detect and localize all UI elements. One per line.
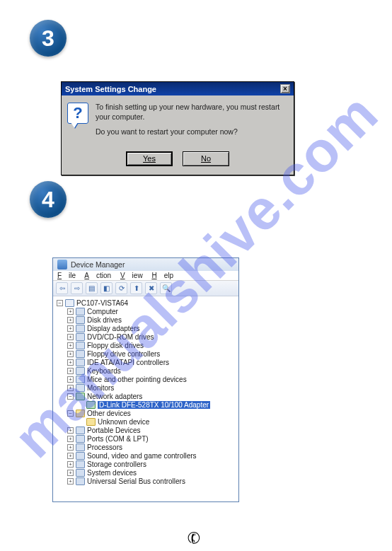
yes-label: Yes: [143, 154, 156, 163]
tree-node[interactable]: +System devices: [57, 468, 237, 477]
device-icon: [76, 477, 85, 485]
expand-icon[interactable]: +: [67, 376, 74, 383]
forward-icon[interactable]: ⇨: [71, 282, 83, 294]
node-label: IDE ATA/ATAPI controllers: [87, 359, 169, 366]
device-icon: [76, 460, 85, 468]
menu-view[interactable]: View: [120, 272, 143, 279]
expand-icon[interactable]: +: [67, 368, 74, 374]
collapse-icon[interactable]: −: [57, 300, 63, 306]
tree-node[interactable]: +Universal Serial Bus controllers: [57, 477, 237, 485]
node-label: Universal Serial Bus controllers: [87, 477, 185, 485]
expand-icon[interactable]: +: [67, 308, 74, 315]
node-label: Processors: [87, 443, 122, 451]
expand-icon[interactable]: +: [67, 342, 74, 349]
node-label: Other devices: [87, 410, 131, 417]
tree-node[interactable]: +Processors: [57, 443, 237, 451]
device-icon: [76, 308, 85, 315]
tree-node[interactable]: +Disk drives: [57, 315, 237, 324]
node-label: Network adapters: [87, 393, 142, 400]
uninstall-icon[interactable]: ✖: [145, 282, 157, 294]
menu-file[interactable]: File: [57, 272, 76, 279]
tree-node[interactable]: +Sound, video and game controllers: [57, 451, 237, 460]
properties-icon[interactable]: ◧: [100, 282, 113, 294]
device-icon: [76, 342, 85, 349]
back-icon[interactable]: ⇦: [56, 282, 68, 294]
tree-node[interactable]: +Floppy disk drives: [57, 341, 237, 349]
device-icon: [76, 359, 85, 366]
close-icon[interactable]: ×: [280, 84, 290, 93]
expand-icon[interactable]: +: [67, 478, 74, 485]
tree-node[interactable]: +Display adapters: [57, 324, 237, 332]
tree-node-unknown[interactable]: Unknown device: [57, 417, 237, 426]
device-tree: − PC107-VISTA64 +Computer +Disk drives +…: [53, 296, 238, 501]
device-manager-window: Device Manager File Action View Help ⇦ ⇨…: [52, 257, 239, 502]
tree-node[interactable]: +Portable Devices: [57, 426, 237, 434]
device-icon: [76, 316, 85, 324]
tree-node[interactable]: +Floppy drive controllers: [57, 349, 237, 358]
node-label: Mice and other pointing devices: [87, 376, 187, 383]
tree-node[interactable]: +Mice and other pointing devices: [57, 375, 237, 383]
expand-icon[interactable]: +: [67, 453, 74, 459]
device-icon: [76, 452, 85, 460]
dialog-title: System Settings Change: [65, 85, 156, 93]
node-label: Display adapters: [87, 325, 139, 332]
no-button[interactable]: No: [183, 151, 229, 166]
question-icon: ?: [67, 103, 88, 124]
other-devices-icon: [76, 410, 85, 417]
dialog-body: ? To finish setting up your new hardware…: [62, 95, 294, 147]
tree-root-node[interactable]: − PC107-VISTA64: [57, 298, 237, 307]
expand-icon[interactable]: +: [67, 385, 74, 391]
dialog-titlebar: System Settings Change ×: [62, 82, 294, 95]
expand-icon[interactable]: +: [67, 470, 74, 476]
device-icon: [76, 435, 85, 443]
expand-icon[interactable]: +: [67, 359, 74, 366]
unknown-device-icon: [86, 418, 96, 426]
tree-node[interactable]: +DVD/CD-ROM drives: [57, 332, 237, 341]
expand-icon[interactable]: +: [67, 444, 74, 451]
collapse-icon[interactable]: −: [67, 393, 74, 400]
window-titlebar: Device Manager: [53, 258, 238, 271]
device-icon: [76, 443, 85, 451]
device-icon: [76, 469, 85, 477]
collapse-icon[interactable]: −: [67, 410, 74, 417]
expand-icon[interactable]: +: [67, 325, 74, 332]
device-icon: [76, 384, 85, 392]
window-title: Device Manager: [71, 260, 125, 269]
tree-node[interactable]: +Storage controllers: [57, 460, 237, 468]
expand-icon[interactable]: +: [67, 461, 74, 468]
tree-node[interactable]: +Ports (COM & LPT): [57, 434, 237, 443]
node-label: Computer: [87, 308, 118, 315]
dialog-line2: Do you want to restart your computer now…: [96, 127, 288, 137]
node-label: Floppy drive controllers: [87, 350, 160, 358]
update-icon[interactable]: ⬆: [130, 282, 142, 294]
menu-bar: File Action View Help: [53, 271, 238, 281]
tree-node[interactable]: +Computer: [57, 307, 237, 315]
expand-icon[interactable]: +: [67, 351, 74, 357]
device-icon: [76, 350, 85, 358]
expand-icon[interactable]: +: [67, 427, 74, 434]
device-icon: [76, 325, 85, 332]
expand-icon[interactable]: +: [67, 317, 74, 323]
expand-icon[interactable]: +: [67, 334, 74, 340]
tree-node-selected-adapter[interactable]: D-Link DFE-528TX 10/100 Adapter: [57, 400, 237, 409]
tree-node[interactable]: +Monitors: [57, 383, 237, 392]
yes-button[interactable]: Yes: [126, 151, 173, 166]
show-hide-icon[interactable]: ▤: [86, 282, 98, 294]
device-icon: [76, 367, 85, 375]
root-label: PC107-VISTA64: [76, 299, 128, 307]
tree-node-network[interactable]: −Network adapters: [57, 392, 237, 400]
selected-adapter-label: D-Link DFE-528TX 10/100 Adapter: [98, 401, 210, 409]
toolbar: ⇦ ⇨ ▤ ◧ ⟳ ⬆ ✖ 🔍: [53, 281, 238, 296]
menu-action[interactable]: Action: [84, 272, 111, 279]
tree-node-other[interactable]: −Other devices: [57, 409, 237, 417]
system-settings-dialog: System Settings Change × ? To finish set…: [61, 81, 294, 175]
node-label: Unknown device: [98, 418, 149, 426]
expand-icon[interactable]: +: [67, 436, 74, 442]
scan-icon[interactable]: 🔍: [160, 282, 172, 294]
node-label: Disk drives: [87, 316, 122, 324]
tree-node[interactable]: +IDE ATA/ATAPI controllers: [57, 358, 237, 366]
tree-node[interactable]: +Keyboards: [57, 366, 237, 375]
menu-help[interactable]: Help: [151, 272, 173, 279]
refresh-icon[interactable]: ⟳: [115, 282, 127, 294]
dialog-line1: To finish setting up your new hardware, …: [96, 103, 288, 122]
